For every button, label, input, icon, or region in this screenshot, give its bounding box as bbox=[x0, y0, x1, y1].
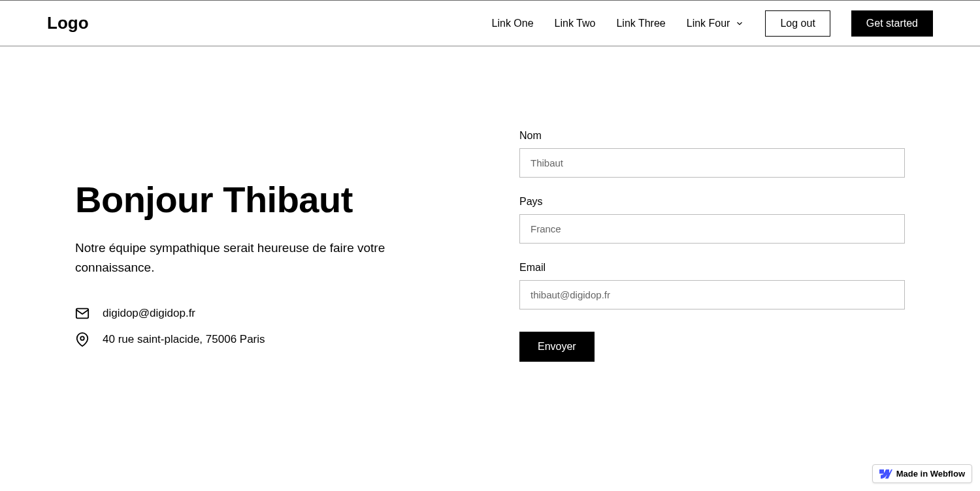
contact-email: digidop@digidop.fr bbox=[75, 306, 467, 321]
page-heading: Bonjour Thibaut bbox=[75, 180, 467, 220]
logo[interactable]: Logo bbox=[47, 13, 89, 33]
contact-email-text: digidop@digidop.fr bbox=[103, 307, 195, 320]
country-input[interactable] bbox=[519, 214, 905, 244]
logout-button[interactable]: Log out bbox=[765, 10, 830, 37]
name-label: Nom bbox=[519, 130, 905, 142]
email-input[interactable] bbox=[519, 280, 905, 309]
main-nav: Link One Link Two Link Three Link Four L… bbox=[492, 10, 933, 37]
nav-link-four-label: Link Four bbox=[687, 18, 730, 29]
webflow-badge[interactable]: Made in Webflow bbox=[872, 464, 972, 483]
email-label: Email bbox=[519, 262, 905, 274]
webflow-icon bbox=[879, 469, 892, 479]
submit-button[interactable]: Envoyer bbox=[519, 332, 595, 362]
map-pin-icon bbox=[75, 332, 90, 347]
webflow-badge-text: Made in Webflow bbox=[896, 469, 965, 479]
header: Logo Link One Link Two Link Three Link F… bbox=[0, 1, 980, 46]
contact-address-text: 40 rue saint-placide, 75006 Paris bbox=[103, 333, 265, 346]
form-group-country: Pays bbox=[519, 196, 905, 244]
page-subtext: Notre équipe sympathique serait heureuse… bbox=[75, 238, 467, 278]
mail-icon bbox=[75, 306, 90, 321]
contact-address: 40 rue saint-placide, 75006 Paris bbox=[75, 332, 467, 347]
nav-link-two[interactable]: Link Two bbox=[555, 18, 596, 29]
nav-link-three[interactable]: Link Three bbox=[616, 18, 665, 29]
contact-form: Nom Pays Email Envoyer bbox=[519, 130, 905, 362]
form-group-name: Nom bbox=[519, 130, 905, 178]
main-content: Bonjour Thibaut Notre équipe sympathique… bbox=[0, 46, 980, 362]
nav-link-one[interactable]: Link One bbox=[492, 18, 534, 29]
country-label: Pays bbox=[519, 196, 905, 208]
chevron-down-icon bbox=[735, 19, 744, 28]
nav-link-four[interactable]: Link Four bbox=[687, 18, 745, 29]
form-group-email: Email bbox=[519, 262, 905, 309]
get-started-button[interactable]: Get started bbox=[851, 10, 933, 37]
svg-point-1 bbox=[80, 337, 84, 341]
hero-section: Bonjour Thibaut Notre équipe sympathique… bbox=[75, 130, 467, 362]
name-input[interactable] bbox=[519, 148, 905, 178]
